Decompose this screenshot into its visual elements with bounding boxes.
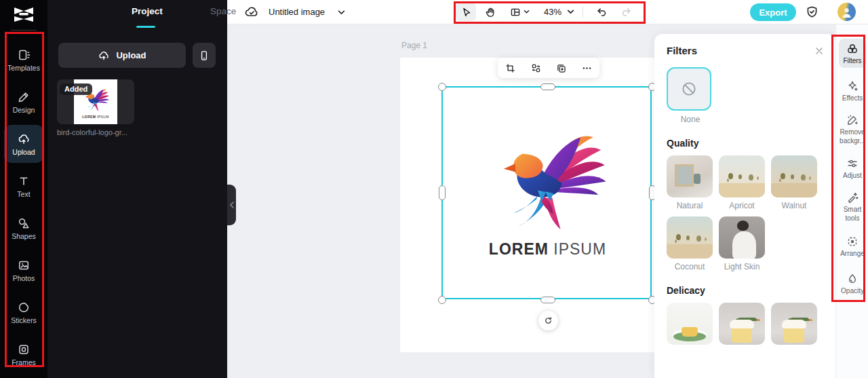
page-label: Page 1 <box>401 41 427 50</box>
document-title[interactable]: Untitled image <box>269 7 325 17</box>
upload-from-phone-button[interactable] <box>193 43 216 68</box>
cursor-icon <box>460 6 472 18</box>
sidebar-item-templates[interactable]: Templates <box>0 41 47 79</box>
right-tool-rail: Filters Effects Remove backgr... Adjust … <box>835 24 868 378</box>
sidebar-item-upload[interactable]: Upload <box>4 125 43 163</box>
rail-item-arrange[interactable]: Arrange <box>839 231 866 261</box>
chevron-down-icon <box>524 9 530 15</box>
layout-tool-button[interactable] <box>505 3 534 21</box>
sidebar-item-label: Upload <box>12 148 35 156</box>
layout-grid-icon <box>509 6 521 18</box>
toolbar-divider <box>583 7 583 18</box>
export-button[interactable]: Export <box>750 3 796 21</box>
filter-option-light-skin[interactable]: Light Skin <box>719 216 765 271</box>
upload-button[interactable]: Upload <box>58 43 186 68</box>
opacity-droplet-icon <box>846 272 859 286</box>
rail-item-adjust[interactable]: Adjust <box>839 153 866 183</box>
shapes-icon <box>17 216 31 230</box>
chevron-left-icon <box>229 202 235 208</box>
ellipsis-icon <box>581 62 593 74</box>
duplicate-button[interactable] <box>553 59 570 77</box>
filter-option-delicacy-3[interactable] <box>771 303 817 345</box>
filter-thumbnail <box>719 216 765 259</box>
selection-handle-top-center[interactable] <box>540 83 555 90</box>
text-icon <box>17 174 31 188</box>
upload-cloud-icon <box>17 132 31 146</box>
redo-button[interactable] <box>616 3 636 21</box>
floating-context-toolbar <box>498 58 599 78</box>
upload-button-label: Upload <box>116 50 146 60</box>
adjust-sliders-icon <box>846 157 859 170</box>
filter-thumbnail <box>771 155 817 197</box>
redo-icon <box>620 5 633 18</box>
sidebar-item-label: Stickers <box>11 316 36 324</box>
filters-icon <box>846 42 859 56</box>
selection-handle-top-left[interactable] <box>438 83 446 91</box>
templates-icon <box>17 48 31 62</box>
sidebar-item-label: Text <box>17 190 30 198</box>
filter-section-delicacy: Delicacy <box>667 285 825 296</box>
tab-space[interactable]: Space <box>210 6 236 16</box>
sidebar-item-frames[interactable]: Frames <box>0 335 47 373</box>
filter-option-apricot[interactable]: Apricot <box>719 155 765 210</box>
selection-handle-middle-left[interactable] <box>439 185 446 200</box>
select-tool-button[interactable] <box>456 3 476 21</box>
more-options-button[interactable] <box>578 59 595 77</box>
sidebar-item-stickers[interactable]: Stickers <box>0 293 47 331</box>
avatar[interactable] <box>837 3 856 21</box>
selection-handle-bottom-center[interactable] <box>540 297 555 303</box>
selection-box <box>441 86 652 299</box>
filter-thumbnail <box>719 155 765 197</box>
panel-tabs: Project Space <box>47 0 227 30</box>
filter-thumbnail <box>771 303 817 345</box>
filter-option-delicacy-2[interactable] <box>719 303 765 345</box>
phone-icon <box>198 50 210 62</box>
photos-icon <box>17 259 31 272</box>
hand-tool-button[interactable] <box>480 3 500 21</box>
hand-icon <box>484 6 496 18</box>
rail-item-remove-background[interactable]: Remove backgr... <box>839 110 866 148</box>
tab-project[interactable]: Project <box>132 6 163 16</box>
crop-button[interactable] <box>502 59 519 77</box>
top-bar: Untitled image 43% Export <box>227 0 868 24</box>
sidebar-item-shapes[interactable]: Shapes <box>0 209 47 247</box>
chevron-down-icon[interactable] <box>338 9 345 16</box>
filter-none-label: None <box>667 115 714 124</box>
chevron-down-icon[interactable] <box>567 8 574 16</box>
sidebar-item-text[interactable]: Text <box>0 167 47 205</box>
filter-option-coconut[interactable]: Coconut <box>667 216 713 271</box>
uploaded-asset-thumbnail[interactable]: LOREM IPSUM Added <box>57 79 134 124</box>
filter-section-quality: Quality <box>667 138 825 149</box>
replace-button[interactable] <box>527 59 545 77</box>
stickers-icon <box>17 301 31 314</box>
filter-option-walnut[interactable]: Walnut <box>771 155 817 210</box>
quality-filter-grid: Natural Apricot Walnut Coconut Light Ski… <box>667 155 825 271</box>
rail-item-opacity[interactable]: Opacity <box>839 269 866 298</box>
cloud-saved-icon <box>244 5 259 20</box>
shield-check-icon[interactable] <box>805 5 819 19</box>
canvas-tool-group: 43% <box>456 3 636 21</box>
selection-handle-bottom-left[interactable] <box>438 296 446 304</box>
filter-option-natural[interactable]: Natural <box>667 155 713 210</box>
panel-collapse-handle[interactable] <box>227 185 236 225</box>
prohibition-icon <box>680 80 698 98</box>
rail-item-smart-tools[interactable]: Smart tools <box>839 187 866 225</box>
filters-panel: Filters None Quality Natural Apricot Wal… <box>654 34 835 378</box>
sidebar-item-label: Photos <box>13 274 35 282</box>
filter-thumbnail <box>667 155 713 197</box>
filter-none-option[interactable] <box>667 67 711 111</box>
filter-thumbnail <box>719 303 765 345</box>
remove-background-icon <box>846 113 859 127</box>
close-icon[interactable] <box>814 45 825 56</box>
undo-button[interactable] <box>591 3 612 21</box>
sidebar-item-label: Design <box>13 106 35 114</box>
rail-item-effects[interactable]: Effects <box>839 76 866 105</box>
rail-item-filters[interactable]: Filters <box>839 39 866 68</box>
sidebar-item-design[interactable]: Design <box>0 83 47 121</box>
capcut-logo-icon[interactable] <box>12 5 35 24</box>
rotate-handle[interactable] <box>538 311 558 330</box>
filter-option-delicacy-1[interactable] <box>667 303 713 345</box>
zoom-level[interactable]: 43% <box>538 7 563 17</box>
sidebar-item-photos[interactable]: Photos <box>0 251 47 289</box>
crop-icon <box>505 62 516 74</box>
